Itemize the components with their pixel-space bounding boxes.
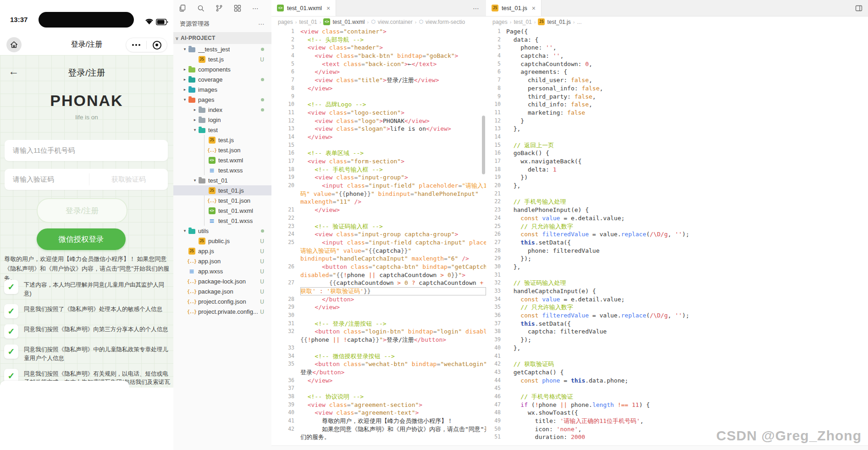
- code-line[interactable]: 47 if (!phone || phone.length !== 11) {: [486, 401, 868, 409]
- code-line[interactable]: 41: [486, 352, 868, 361]
- tree-item-test.js[interactable]: JStest.js: [173, 135, 271, 145]
- code-line[interactable]: 请输入验证码" value="{{captcha}}": [271, 247, 486, 255]
- layout-grid-icon[interactable]: [234, 5, 241, 12]
- code-line[interactable]: 39 });: [486, 336, 868, 344]
- code-line[interactable]: 48 wx.showToast({: [486, 409, 868, 417]
- code-line[interactable]: 38 captcha: filteredValue: [486, 328, 868, 336]
- code-line[interactable]: 17 <view class="form-section">: [271, 157, 486, 166]
- tree-item-test_01.wxml[interactable]: <>test_01.wxml: [173, 206, 271, 216]
- code-line[interactable]: 15: [271, 141, 486, 150]
- tabbar-more-icon[interactable]: ⋯: [473, 5, 480, 12]
- close-icon[interactable]: ×: [326, 5, 330, 12]
- code-line[interactable]: 33 handleCaptchaInput(e) {: [486, 287, 868, 295]
- code-line[interactable]: 9 third_party: false,: [486, 93, 868, 101]
- tree-item-components[interactable]: ▸components: [173, 64, 271, 74]
- code-line[interactable]: 13 <view class="slogan">life is on</view…: [271, 125, 486, 133]
- search-icon[interactable]: [197, 5, 205, 12]
- breadcrumb-item[interactable]: test_01: [514, 19, 531, 25]
- code-line[interactable]: 3 <view class="header">: [271, 44, 486, 52]
- git-branch-icon[interactable]: [216, 5, 223, 12]
- code-line[interactable]: 10 child_info: false,: [486, 100, 868, 109]
- checkbox-checked[interactable]: ✓: [4, 344, 18, 359]
- toolbar-more-icon[interactable]: ⋯: [252, 5, 259, 12]
- code-line[interactable]: 获取' : '获取验证码'}}: [271, 287, 486, 295]
- breadcrumb-item[interactable]: test_01.wxml: [332, 19, 365, 25]
- tree-item-test_01.js[interactable]: JStest_01.js: [173, 185, 271, 195]
- code-line[interactable]: 13 },: [486, 125, 868, 133]
- tree-item-login[interactable]: ▸login: [173, 115, 271, 125]
- code-line[interactable]: 36 const filteredValue = value.replace(/…: [486, 311, 868, 320]
- code-line[interactable]: 35 // 只允许输入数字: [486, 303, 868, 311]
- scrollbar-thumb[interactable]: [482, 116, 485, 174]
- get-captcha-button[interactable]: 获取验证码: [89, 175, 168, 184]
- code-line[interactable]: 25 // 只允许输入数字: [486, 222, 868, 231]
- copy-files-icon[interactable]: [179, 5, 186, 12]
- code-line[interactable]: 30 },: [486, 263, 868, 271]
- code-line[interactable]: 7 child_user: false,: [486, 76, 868, 84]
- code-line[interactable]: 42 // 获取验证码: [486, 360, 868, 368]
- tree-item-test.wxss[interactable]: ≡test.wxss: [173, 165, 271, 175]
- code-line[interactable]: 29 });: [486, 255, 868, 263]
- code-line[interactable]: 17 wx.navigateBack({: [486, 157, 868, 166]
- code-line[interactable]: 14 </view>: [271, 133, 486, 141]
- tree-arrow-icon[interactable]: ▾: [182, 97, 188, 102]
- code-line[interactable]: 37: [271, 384, 486, 393]
- tab-test01-wxml[interactable]: <> test_01.wxml ×: [271, 0, 336, 16]
- tree-item-test_01.json[interactable]: {..}test_01.json: [173, 195, 271, 206]
- code-line[interactable]: 21 </view>: [271, 206, 486, 214]
- code-line[interactable]: 29 </view>: [271, 303, 486, 311]
- code-line[interactable]: 27 {{captchaCountdown > 0 ? captchaCount…: [271, 279, 486, 287]
- code-line[interactable]: 6 </view>: [271, 68, 486, 76]
- tree-item-public.js[interactable]: JSpublic.jsU: [173, 236, 271, 246]
- tree-item-test[interactable]: ▾test: [173, 125, 271, 135]
- code-line[interactable]: 3 phone: '',: [486, 44, 868, 52]
- code-line[interactable]: 31: [486, 271, 868, 279]
- code-line[interactable]: 8 personal_info: false,: [486, 84, 868, 93]
- code-line[interactable]: 10 <!-- 品牌Logo -->: [271, 100, 486, 109]
- code-line[interactable]: 35 <button class="wechat-btn" bindtap="w…: [271, 360, 486, 368]
- explorer-more-icon[interactable]: ⋯: [258, 20, 265, 28]
- code-line[interactable]: 46 // 手机号格式验证: [486, 393, 868, 401]
- phone-number-input[interactable]: 请输入11位手机号码: [5, 140, 168, 161]
- breadcrumb-item[interactable]: view.form-sectio: [426, 19, 465, 25]
- code-line[interactable]: 34 const value = e.detail.value;: [486, 295, 868, 304]
- code-line[interactable]: bindinput="handleCaptchaInput" maxlength…: [271, 255, 486, 263]
- breadcrumb-item[interactable]: test_01.js: [547, 19, 570, 25]
- code-line[interactable]: 33: [271, 344, 486, 352]
- code-line[interactable]: 登录</button>: [271, 368, 486, 377]
- code-line[interactable]: 37 this.setData({: [486, 320, 868, 328]
- exit-target-icon[interactable]: [147, 41, 167, 50]
- code-line[interactable]: 30: [271, 311, 486, 320]
- code-line[interactable]: 19 <view class="input-group">: [271, 173, 486, 182]
- code-line[interactable]: 5 <text class="back-icon">←</text>: [271, 60, 486, 68]
- code-line[interactable]: 39 <view class="agreement-section">: [271, 401, 486, 409]
- breadcrumb-item[interactable]: test_01: [299, 19, 317, 25]
- code-line[interactable]: 11 marketing: false: [486, 109, 868, 117]
- tree-item-test.json[interactable]: {..}test.json: [173, 145, 271, 155]
- tree-item-project.private.config...[interactable]: {..}project.private.config...U: [173, 306, 271, 317]
- checkbox-checked[interactable]: ✓: [4, 324, 18, 339]
- tree-item-app.json[interactable]: {..}app.jsonU: [173, 256, 271, 266]
- tree-item-index[interactable]: ▸index: [173, 105, 271, 115]
- code-line[interactable]: 20 <input class="input-field" placeholde…: [271, 182, 486, 190]
- tree-item-test_01.wxss[interactable]: ≡test_01.wxss: [173, 216, 271, 226]
- split-editor-icon[interactable]: [855, 5, 862, 12]
- code-line[interactable]: 22 // 手机号输入处理: [486, 198, 868, 206]
- tree-item-test.js[interactable]: JStest.jsU: [173, 54, 271, 64]
- code-line[interactable]: 8 </view>: [271, 84, 486, 93]
- code-line[interactable]: 4 captcha: '',: [486, 52, 868, 60]
- wxml-code-area[interactable]: 1<view class="container">2 <!-- 头部导航 -->…: [271, 28, 486, 446]
- code-line[interactable]: 28 phone: filteredValue: [486, 247, 868, 255]
- tree-item-test_01[interactable]: ▾test_01: [173, 175, 271, 185]
- code-line[interactable]: 38 <!-- 协议说明 -->: [271, 393, 486, 401]
- more-dots-icon[interactable]: [126, 44, 146, 46]
- tree-arrow-icon[interactable]: ▸: [192, 117, 198, 122]
- tree-arrow-icon[interactable]: ▸: [192, 107, 198, 112]
- tree-arrow-icon[interactable]: ▸: [182, 67, 188, 72]
- code-line[interactable]: 42 如果您同意《隐私声明》和《用户协议》内容，请点击"同意"开始我: [271, 425, 486, 433]
- tree-item-test.wxml[interactable]: <>test.wxml: [173, 155, 271, 165]
- code-line[interactable]: 6 agreements: {: [486, 68, 868, 76]
- close-icon[interactable]: ×: [532, 5, 536, 12]
- code-line[interactable]: 19 }): [486, 173, 868, 182]
- code-line[interactable]: 22: [271, 214, 486, 222]
